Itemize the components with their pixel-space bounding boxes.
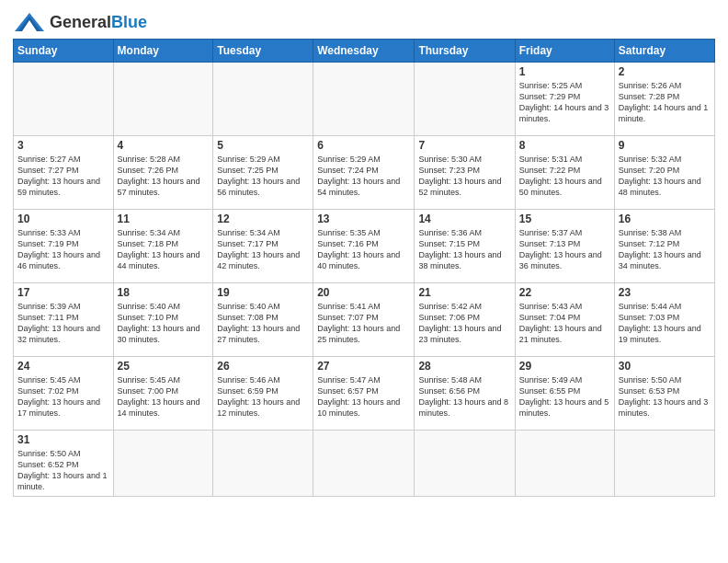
day-info: Sunrise: 5:27 AM Sunset: 7:27 PM Dayligh… [17,154,109,199]
day-info: Sunrise: 5:50 AM Sunset: 6:52 PM Dayligh… [17,448,109,493]
calendar-cell: 6Sunrise: 5:29 AM Sunset: 7:24 PM Daylig… [313,136,415,210]
logo: GeneralBlue [13,9,147,35]
calendar-cell: 16Sunrise: 5:38 AM Sunset: 7:12 PM Dayli… [614,210,714,283]
calendar-cell: 29Sunrise: 5:49 AM Sunset: 6:55 PM Dayli… [515,357,614,431]
logo-blue: Blue [111,13,147,31]
calendar-cell: 11Sunrise: 5:34 AM Sunset: 7:18 PM Dayli… [113,210,213,283]
weekday-header-row: SundayMondayTuesdayWednesdayThursdayFrid… [14,40,715,63]
day-number: 4 [118,139,210,152]
calendar-cell: 19Sunrise: 5:40 AM Sunset: 7:08 PM Dayli… [213,283,313,357]
day-info: Sunrise: 5:48 AM Sunset: 6:56 PM Dayligh… [418,374,510,419]
day-info: Sunrise: 5:38 AM Sunset: 7:12 PM Dayligh… [619,227,711,272]
calendar-cell [415,63,515,136]
calendar-cell: 22Sunrise: 5:43 AM Sunset: 7:04 PM Dayli… [515,283,614,357]
calendar-cell: 18Sunrise: 5:40 AM Sunset: 7:10 PM Dayli… [113,283,213,357]
day-info: Sunrise: 5:28 AM Sunset: 7:26 PM Dayligh… [118,154,210,199]
weekday-header-tuesday: Tuesday [213,40,313,63]
day-number: 20 [317,286,410,299]
day-number: 27 [317,360,410,373]
day-info: Sunrise: 5:45 AM Sunset: 7:00 PM Dayligh… [118,374,210,419]
calendar-week-row: 3Sunrise: 5:27 AM Sunset: 7:27 PM Daylig… [14,136,715,210]
calendar-cell [213,63,313,136]
calendar-cell [313,431,415,497]
day-info: Sunrise: 5:30 AM Sunset: 7:23 PM Dayligh… [418,154,510,199]
calendar-cell: 31Sunrise: 5:50 AM Sunset: 6:52 PM Dayli… [14,431,114,497]
day-number: 1 [519,65,610,78]
calendar-week-row: 31Sunrise: 5:50 AM Sunset: 6:52 PM Dayli… [14,431,715,497]
calendar-cell [515,431,614,497]
day-info: Sunrise: 5:42 AM Sunset: 7:06 PM Dayligh… [418,301,510,346]
day-info: Sunrise: 5:29 AM Sunset: 7:25 PM Dayligh… [217,154,309,199]
weekday-header-saturday: Saturday [614,40,714,63]
calendar-cell: 1Sunrise: 5:25 AM Sunset: 7:29 PM Daylig… [515,63,614,136]
day-number: 8 [519,139,610,152]
calendar-cell: 3Sunrise: 5:27 AM Sunset: 7:27 PM Daylig… [14,136,114,210]
calendar-cell [113,431,213,497]
weekday-header-sunday: Sunday [14,40,114,63]
calendar-week-row: 1Sunrise: 5:25 AM Sunset: 7:29 PM Daylig… [14,63,715,136]
day-number: 9 [619,139,711,152]
day-number: 7 [418,139,510,152]
calendar-cell: 26Sunrise: 5:46 AM Sunset: 6:59 PM Dayli… [213,357,313,431]
day-number: 16 [619,213,711,225]
calendar-cell [213,431,313,497]
day-number: 18 [118,286,210,299]
calendar-cell [614,431,714,497]
day-info: Sunrise: 5:39 AM Sunset: 7:11 PM Dayligh… [17,301,109,346]
calendar-cell: 21Sunrise: 5:42 AM Sunset: 7:06 PM Dayli… [415,283,515,357]
day-info: Sunrise: 5:36 AM Sunset: 7:15 PM Dayligh… [418,227,510,272]
calendar-cell: 8Sunrise: 5:31 AM Sunset: 7:22 PM Daylig… [515,136,614,210]
calendar-cell: 4Sunrise: 5:28 AM Sunset: 7:26 PM Daylig… [113,136,213,210]
calendar-cell: 14Sunrise: 5:36 AM Sunset: 7:15 PM Dayli… [415,210,515,283]
day-number: 3 [17,139,109,152]
calendar-cell: 25Sunrise: 5:45 AM Sunset: 7:00 PM Dayli… [113,357,213,431]
day-number: 23 [619,286,711,299]
day-number: 24 [17,360,109,373]
calendar-week-row: 10Sunrise: 5:33 AM Sunset: 7:19 PM Dayli… [14,210,715,283]
calendar-cell: 5Sunrise: 5:29 AM Sunset: 7:25 PM Daylig… [213,136,313,210]
calendar-cell: 7Sunrise: 5:30 AM Sunset: 7:23 PM Daylig… [415,136,515,210]
day-number: 30 [619,360,711,373]
day-info: Sunrise: 5:32 AM Sunset: 7:20 PM Dayligh… [619,154,711,199]
day-info: Sunrise: 5:29 AM Sunset: 7:24 PM Dayligh… [317,154,410,199]
day-info: Sunrise: 5:31 AM Sunset: 7:22 PM Dayligh… [519,154,610,199]
calendar-cell: 30Sunrise: 5:50 AM Sunset: 6:53 PM Dayli… [614,357,714,431]
day-number: 13 [317,213,410,225]
day-info: Sunrise: 5:45 AM Sunset: 7:02 PM Dayligh… [17,374,109,419]
day-number: 2 [619,65,711,78]
day-number: 21 [418,286,510,299]
weekday-header-thursday: Thursday [415,40,515,63]
calendar-cell: 24Sunrise: 5:45 AM Sunset: 7:02 PM Dayli… [14,357,114,431]
day-info: Sunrise: 5:40 AM Sunset: 7:08 PM Dayligh… [217,301,309,346]
calendar-page: GeneralBlue SundayMondayTuesdayWednesday… [0,0,728,504]
calendar-cell [415,431,515,497]
calendar-week-row: 17Sunrise: 5:39 AM Sunset: 7:11 PM Dayli… [14,283,715,357]
day-number: 19 [217,286,309,299]
day-number: 6 [317,139,410,152]
calendar-cell: 13Sunrise: 5:35 AM Sunset: 7:16 PM Dayli… [313,210,415,283]
calendar-cell: 28Sunrise: 5:48 AM Sunset: 6:56 PM Dayli… [415,357,515,431]
day-info: Sunrise: 5:47 AM Sunset: 6:57 PM Dayligh… [317,374,410,419]
day-number: 17 [17,286,109,299]
day-number: 28 [418,360,510,373]
day-number: 26 [217,360,309,373]
weekday-header-monday: Monday [113,40,213,63]
day-number: 14 [418,213,510,225]
day-info: Sunrise: 5:25 AM Sunset: 7:29 PM Dayligh… [519,80,610,125]
day-number: 31 [17,433,109,446]
calendar-cell: 20Sunrise: 5:41 AM Sunset: 7:07 PM Dayli… [313,283,415,357]
calendar-cell [14,63,114,136]
day-number: 11 [118,213,210,225]
header: GeneralBlue [13,9,715,35]
calendar-cell: 23Sunrise: 5:44 AM Sunset: 7:03 PM Dayli… [614,283,714,357]
day-info: Sunrise: 5:41 AM Sunset: 7:07 PM Dayligh… [317,301,410,346]
weekday-header-friday: Friday [515,40,614,63]
calendar-cell [313,63,415,136]
day-number: 29 [519,360,610,373]
day-number: 12 [217,213,309,225]
calendar-cell [113,63,213,136]
calendar-cell: 2Sunrise: 5:26 AM Sunset: 7:28 PM Daylig… [614,63,714,136]
calendar-table: SundayMondayTuesdayWednesdayThursdayFrid… [13,39,715,497]
calendar-cell: 12Sunrise: 5:34 AM Sunset: 7:17 PM Dayli… [213,210,313,283]
calendar-cell: 9Sunrise: 5:32 AM Sunset: 7:20 PM Daylig… [614,136,714,210]
